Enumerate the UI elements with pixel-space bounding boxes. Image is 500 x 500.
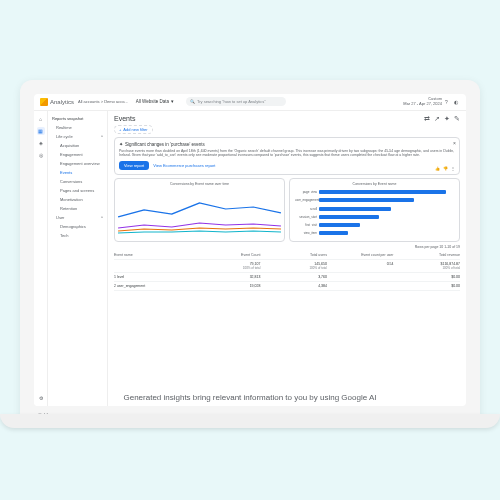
sidebar-item-events[interactable]: Events [48, 168, 107, 177]
close-icon[interactable]: × [453, 140, 456, 146]
chevron-up-icon: ^ [101, 134, 103, 139]
more-icon[interactable]: ⋮ [451, 166, 455, 171]
line-chart-card: Conversions by Event name over time [114, 178, 285, 242]
sidebar-section[interactable]: Life cycle^ [48, 132, 107, 141]
sidebar: Reports snapshot Realtime Life cycle^ Ac… [48, 111, 108, 406]
line-chart [118, 188, 281, 238]
ads-icon[interactable]: ◎ [37, 151, 45, 159]
view-secondary-link[interactable]: View Ecommerce purchases report [153, 163, 215, 168]
bar-chart: page_view user_engagement scroll session… [293, 188, 456, 238]
chevron-down-icon: ▾ [171, 99, 174, 104]
thumbs-down-icon[interactable]: 👎 [443, 166, 448, 171]
logo: Analytics [40, 98, 74, 106]
nav-rail: ⌂ ▦ ◈ ◎ ⚙ [34, 111, 48, 406]
insight-body: Purchase events more than doubled on Apr… [119, 149, 455, 158]
sparkle-icon: ✦ [119, 142, 123, 147]
thumbs-up-icon[interactable]: 👍 [435, 166, 440, 171]
view-report-button[interactable]: View report [119, 161, 149, 170]
table-row: 2 user_engagement 19,028 4,384 $0.00 [114, 282, 460, 291]
date-range-picker[interactable]: Custom Mar 27 - Apr 27, 2024 [403, 97, 442, 107]
chart-title: Conversions by Event name [293, 182, 456, 186]
table-row-totals: 79,107100% of total 145,650100% of total… [114, 260, 460, 273]
sidebar-item[interactable]: Monetization [48, 195, 107, 204]
sidebar-item[interactable]: Engagement overview [48, 159, 107, 168]
sidebar-item[interactable]: Tech [48, 231, 107, 240]
sidebar-item[interactable]: Retention [48, 204, 107, 213]
search-input[interactable]: 🔍 Try searching "how to set up Analytics… [186, 97, 286, 106]
property-selector[interactable]: All Website Data ▾ [136, 99, 174, 104]
analytics-logo-icon [40, 98, 48, 106]
brand-name: Analytics [50, 99, 74, 105]
marketing-caption: Generated insights bring relevant inform… [20, 393, 480, 402]
sidebar-item[interactable]: Engagement [48, 150, 107, 159]
compare-icon[interactable]: ⇄ [424, 115, 430, 121]
bar-chart-card: Conversions by Event name page_view user… [289, 178, 460, 242]
insight-title: Significant changes in 'purchase' events [125, 142, 205, 147]
plus-icon: + [119, 127, 121, 132]
table-row: 1 level 32,813 3,760 $0.00 [114, 273, 460, 282]
page-title: Events [114, 115, 135, 122]
avatar-icon[interactable]: ◐ [454, 99, 460, 105]
top-bar: Analytics All accounts > Demo acco... Al… [34, 94, 466, 111]
property-name: All Website Data [136, 99, 169, 104]
reports-icon[interactable]: ▦ [37, 127, 45, 135]
home-icon[interactable]: ⌂ [37, 115, 45, 123]
sidebar-item[interactable]: Realtime [48, 123, 107, 132]
chart-title: Conversions by Event name over time [118, 182, 281, 186]
search-icon: 🔍 [190, 99, 195, 104]
edit-icon[interactable]: ✎ [454, 115, 460, 121]
events-table: Event name Event Count Total users Event… [114, 251, 460, 291]
share-icon[interactable]: ↗ [434, 115, 440, 121]
sidebar-item[interactable]: Pages and screens [48, 186, 107, 195]
sidebar-section[interactable]: User^ [48, 213, 107, 222]
insights-icon[interactable]: ✦ [444, 115, 450, 121]
help-icon[interactable]: ? [445, 99, 451, 105]
table-pager[interactable]: Rows per page 10 1-10 of 19 [114, 245, 460, 249]
breadcrumb[interactable]: All accounts > Demo acco... [78, 99, 128, 104]
sidebar-item[interactable]: Conversions [48, 177, 107, 186]
sidebar-item[interactable]: Acquisition [48, 141, 107, 150]
explore-icon[interactable]: ◈ [37, 139, 45, 147]
sidebar-header[interactable]: Reports snapshot [48, 114, 107, 123]
table-header-row: Event name Event Count Total users Event… [114, 251, 460, 260]
add-filter-button[interactable]: + Add new filter [114, 125, 153, 134]
chevron-up-icon: ^ [101, 215, 103, 220]
search-placeholder: Try searching "how to set up Analytics" [197, 99, 266, 104]
insight-card: × ✦ Significant changes in 'purchase' ev… [114, 137, 460, 175]
main-content: Events ⇄ ↗ ✦ ✎ + Add new filter × ✦ Sign… [108, 111, 466, 406]
sidebar-item[interactable]: Demographics [48, 222, 107, 231]
